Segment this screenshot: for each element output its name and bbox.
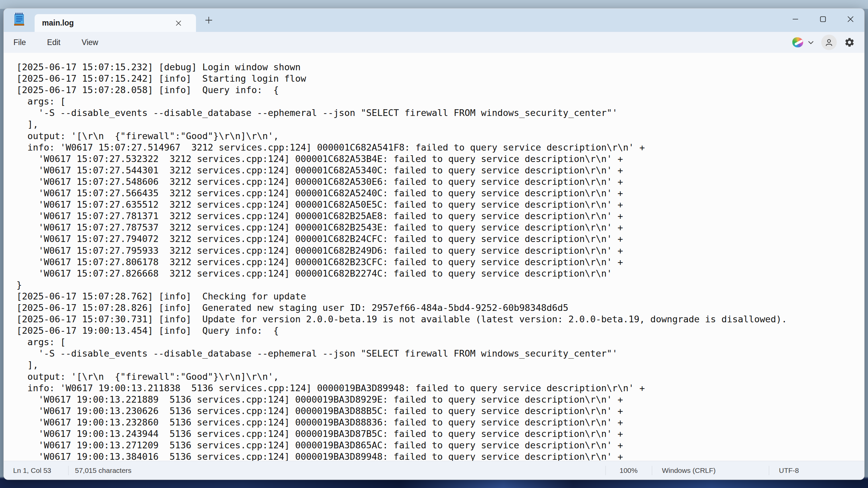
log-line: args: [ [17, 336, 864, 348]
log-line: 'W0617 15:07:27.532322 3212 services.cpp… [17, 153, 864, 165]
log-line: ], [17, 119, 864, 130]
account-button[interactable] [821, 35, 837, 50]
log-line: [2025-06-17 15:07:28.058] [info] Query i… [17, 84, 864, 96]
log-line: '-S --disable_events --disable_database … [17, 348, 864, 359]
tab-main-log[interactable]: main.log [35, 14, 196, 32]
log-line: 'W0617 15:07:27.806178 3212 services.cpp… [17, 256, 864, 268]
menubar: File Edit View [4, 32, 864, 53]
status-divider [606, 466, 606, 475]
log-line: 'W0617 15:07:27.787537 3212 services.cpp… [17, 222, 864, 233]
log-line: 'W0617 15:07:27.826668 3212 services.cpp… [17, 268, 864, 279]
tab-title: main.log [42, 19, 74, 28]
log-line: 'W0617 15:07:27.635512 3212 services.cpp… [17, 199, 864, 210]
log-line: [2025-06-17 15:07:30.731] [info] Update … [17, 314, 864, 325]
log-line: 'W0617 19:00:13.243944 5136 services.cpp… [17, 428, 864, 440]
log-line: 'W0617 15:07:27.781371 3212 services.cpp… [17, 210, 864, 222]
gear-icon [844, 37, 855, 48]
log-line: 'W0617 15:07:27.548606 3212 services.cpp… [17, 176, 864, 188]
person-icon [825, 38, 833, 47]
tab-close-button[interactable] [172, 17, 185, 30]
log-line: args: [ [17, 96, 864, 107]
chevron-down-icon [807, 39, 814, 46]
log-line: output: '[\r\n {"firewall":"Good"}\r\n]\… [17, 371, 864, 383]
notepad-window: main.log [3, 8, 865, 480]
log-line: [2025-06-17 15:07:15.242] [info] Startin… [17, 73, 864, 84]
titlebar[interactable]: main.log [4, 8, 864, 32]
maximize-button[interactable] [809, 8, 837, 30]
log-line: 'W0617 19:00:13.271209 5136 services.cpp… [17, 440, 864, 451]
log-line: '-S --disable_events --disable_database … [17, 107, 864, 119]
status-divider [652, 466, 652, 475]
status-divider [769, 466, 769, 475]
desktop-taskbar-area [0, 479, 868, 488]
log-line: info: 'W0617 19:00:13.211838 5136 servic… [17, 383, 864, 394]
menu-file[interactable]: File [6, 35, 33, 50]
log-line: [2025-06-17 15:07:28.762] [info] Checkin… [17, 291, 864, 302]
app-icon-slot [4, 8, 35, 32]
text-editor-area[interactable]: [2025-06-17 15:07:15.232] [debug] Login … [4, 53, 864, 461]
plus-icon [205, 16, 213, 24]
menu-view[interactable]: View [74, 35, 105, 50]
log-line: [2025-06-17 15:07:15.232] [debug] Login … [17, 62, 864, 73]
log-line: [2025-06-17 15:07:28.826] [info] Generat… [17, 302, 864, 314]
caption-buttons [782, 8, 864, 30]
new-tab-button[interactable] [202, 13, 216, 28]
close-icon [846, 15, 855, 23]
log-line: 'W0617 15:07:27.794072 3212 services.cpp… [17, 233, 864, 245]
maximize-icon [819, 15, 827, 23]
menubar-right-controls [790, 32, 858, 53]
log-content: [2025-06-17 15:07:15.232] [debug] Login … [17, 62, 864, 461]
status-zoom-level[interactable]: 100% [620, 466, 638, 475]
statusbar: Ln 1, Col 53 57,015 characters 100% Wind… [4, 461, 864, 480]
log-line: ], [17, 359, 864, 371]
log-line: 'W0617 15:07:27.795933 3212 services.cpp… [17, 245, 864, 256]
log-line: 'W0617 15:07:27.544301 3212 services.cpp… [17, 165, 864, 176]
copilot-button[interactable] [790, 36, 816, 49]
minimize-icon [792, 15, 799, 23]
status-cursor-position: Ln 1, Col 53 [13, 466, 51, 475]
log-line: info: 'W0617 15:07:27.514967 3212 servic… [17, 142, 864, 153]
close-icon [175, 20, 182, 27]
minimize-button[interactable] [782, 8, 809, 30]
log-line: } [17, 279, 864, 291]
log-line: 'W0617 19:00:13.384016 5136 services.cpp… [17, 451, 864, 461]
log-line: 'W0617 19:00:13.221889 5136 services.cpp… [17, 394, 864, 405]
status-divider [68, 466, 69, 475]
settings-button[interactable] [841, 34, 858, 51]
notepad-app-icon [13, 12, 25, 28]
log-line: 'W0617 19:00:13.230626 5136 services.cpp… [17, 405, 864, 417]
menu-edit[interactable]: Edit [40, 35, 68, 50]
close-window-button[interactable] [837, 8, 864, 30]
log-line: [2025-06-17 19:00:13.454] [info] Query i… [17, 325, 864, 336]
copilot-icon [793, 37, 803, 47]
log-line: 'W0617 15:07:27.566435 3212 services.cpp… [17, 188, 864, 199]
log-line: output: '[\r\n {"firewall":"Good"}\r\n]\… [17, 130, 864, 142]
status-encoding[interactable]: UTF-8 [779, 466, 799, 475]
status-character-count: 57,015 characters [75, 466, 131, 475]
status-line-ending[interactable]: Windows (CRLF) [662, 466, 716, 475]
log-line: 'W0617 19:00:13.232860 5136 services.cpp… [17, 417, 864, 428]
